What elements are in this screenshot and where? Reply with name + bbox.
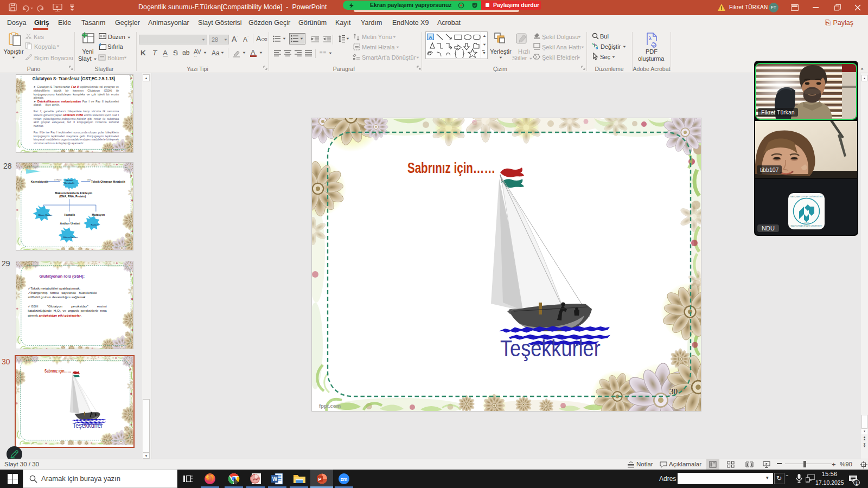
svg-text:zm: zm (341, 477, 348, 482)
svg-text:A: A (429, 35, 432, 40)
svg-text:P: P (318, 477, 321, 482)
svg-text:Hücre Hasarı: Hücre Hasarı (63, 236, 78, 239)
svg-text:1967: 1967 (804, 221, 809, 224)
svg-text:Hastalık: Hastalık (64, 213, 75, 216)
svg-text:Toksik Olmayan Metabolit: Toksik Olmayan Metabolit (91, 180, 125, 183)
svg-text:(DNA, RNA, Protein): (DNA, RNA, Protein) (59, 195, 86, 198)
svg-text:Metabolit: Metabolit (65, 182, 75, 184)
svg-text:CYP450: CYP450 (54, 179, 62, 181)
svg-text:Reaktif: Reaktif (66, 179, 74, 182)
svg-text:Mutasyon: Mutasyon (92, 213, 105, 216)
svg-text:GST: GST (87, 179, 91, 181)
svg-text:λ: λ (649, 36, 652, 41)
svg-text:NAXÇIVAN DÖVLƏT UNİVERSİTETİ: NAXÇIVAN DÖVLƏT UNİVERSİTETİ (790, 195, 822, 198)
svg-text:Ksenobiyotik: Ksenobiyotik (31, 180, 48, 183)
svg-text:Hücre Hasarı: Hücre Hasarı (38, 214, 52, 216)
svg-text:Kanser: Kanser (91, 223, 99, 226)
svg-text:Antikor Üretimi: Antikor Üretimi (60, 222, 81, 225)
svg-text:W: W (272, 476, 278, 482)
svg-text:NAKHCHIVAN STATE UNIVERSITY: NAKHCHIVAN STATE UNIVERSITY (791, 225, 823, 227)
